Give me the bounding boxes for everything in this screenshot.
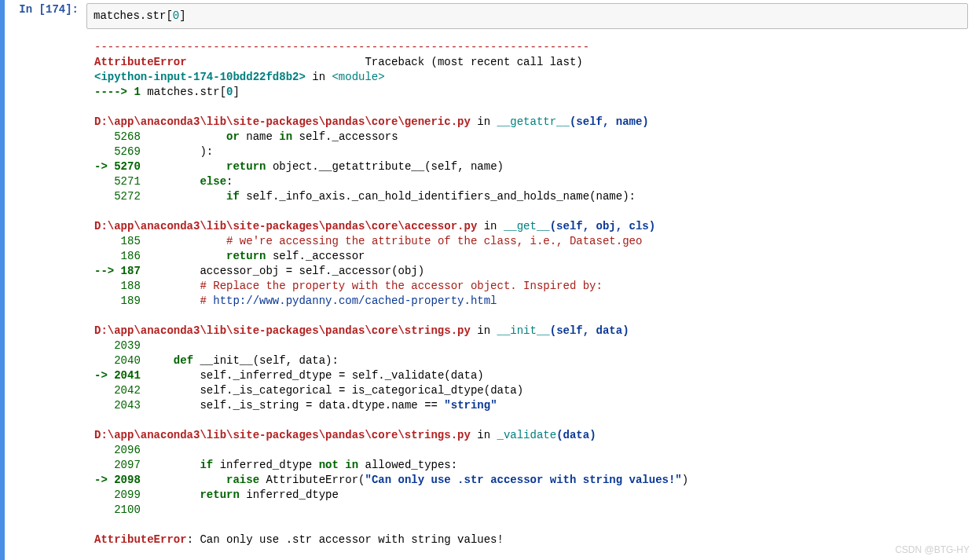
- module-label: <module>: [332, 71, 384, 83]
- line-no-185: 185: [94, 235, 147, 247]
- frame3-path: D:\app\anaconda3\lib\site-packages\panda…: [94, 324, 471, 337]
- current-arrow-2098: -> 2098: [94, 474, 147, 486]
- line-no-2039: 2039: [94, 339, 147, 352]
- line-no-186: 186: [94, 250, 147, 262]
- line-no-2100: 2100: [94, 503, 147, 516]
- frame1-path: D:\app\anaconda3\lib\site-packages\panda…: [94, 115, 471, 128]
- line-no-2099: 2099: [94, 489, 147, 501]
- line-no-2097: 2097: [94, 459, 147, 471]
- frame2-path: D:\app\anaconda3\lib\site-packages\panda…: [94, 220, 477, 232]
- error-name: AttributeError: [94, 56, 187, 68]
- line-no-5269: 5269: [94, 145, 147, 158]
- line-no-5268: 5268: [94, 130, 147, 143]
- line-no-188: 188: [94, 280, 147, 292]
- frame4-path: D:\app\anaconda3\lib\site-packages\panda…: [94, 429, 471, 441]
- comment: # Replace the property with the accessor…: [200, 280, 602, 292]
- input-row: In [174]: matches.str[0]: [5, 0, 979, 29]
- code-input-area[interactable]: matches.str[0]: [86, 3, 968, 29]
- traceback-label: Traceback (most recent call last): [365, 56, 582, 68]
- line-no-5272: 5272: [94, 190, 147, 203]
- line-no-2042: 2042: [94, 384, 147, 397]
- watermark: CSDN @BTG-HY: [895, 544, 970, 555]
- line-no-2043: 2043: [94, 399, 147, 412]
- current-arrow-2041: -> 2041: [94, 369, 147, 382]
- line-no-5271: 5271: [94, 175, 147, 188]
- input-prompt: In [174]:: [5, 3, 86, 16]
- notebook-cell: In [174]: matches.str[0] ---------------…: [5, 0, 979, 547]
- final-error-name: AttributeError: [94, 533, 187, 546]
- source-ipython-ref: <ipython-input-174-10bdd22fd8b2>: [94, 71, 306, 83]
- line-no-2040: 2040: [94, 354, 147, 367]
- cell-left-border: [0, 0, 5, 560]
- current-arrow-5270: -> 5270: [94, 160, 147, 173]
- url-link[interactable]: http://www.pydanny.com/cached-property.h…: [213, 295, 497, 307]
- output-area: ----------------------------------------…: [94, 29, 979, 547]
- comment: # we're accessing the attribute of the c…: [226, 235, 642, 247]
- line-no-2096: 2096: [94, 444, 147, 456]
- line-no-189: 189: [94, 295, 147, 307]
- current-arrow-187: --> 187: [94, 265, 147, 277]
- final-error-msg: Can only use .str accessor with string v…: [200, 533, 503, 546]
- dash-line: ----------------------------------------…: [94, 41, 589, 53]
- current-arrow: ---->: [94, 86, 127, 98]
